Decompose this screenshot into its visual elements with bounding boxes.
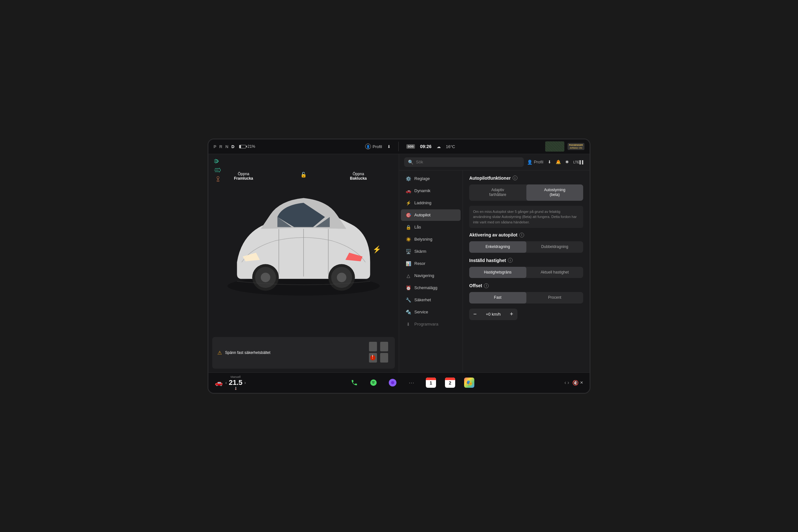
offset-increase-btn[interactable]: +: [506, 309, 517, 320]
phone-btn[interactable]: [348, 376, 361, 389]
search-input-wrap[interactable]: 🔍: [404, 157, 524, 167]
dynamik-icon: 🚗: [405, 188, 411, 193]
volume-control[interactable]: 🔇 ✕: [572, 380, 583, 386]
search-lte-icon: LTE▌▌: [573, 160, 585, 164]
sidebar-item-resor[interactable]: 📊 Resor: [401, 258, 461, 269]
battery-icon: [239, 145, 246, 148]
open-trunk-bold: Baklucka: [350, 176, 367, 180]
lock-icon-car[interactable]: 🔓: [300, 172, 307, 178]
calendar2-btn[interactable]: 2: [444, 376, 456, 389]
current-speed-btn[interactable]: Aktuell hastighet: [526, 267, 584, 278]
offset-stepper-row: − +0 km/h +: [469, 309, 583, 320]
belysning-label: Belysning: [414, 237, 432, 242]
autopilot-functions-title: Autopilotfunktioner i: [469, 175, 583, 180]
programvara-icon: ⬇: [405, 322, 411, 327]
sidebar-item-laddning[interactable]: ⚡ Laddning: [401, 197, 461, 209]
calendar1-btn[interactable]: 1: [424, 376, 437, 389]
autopilot-notice: Om en miss Autopilot sker 5 gånger på gr…: [469, 206, 583, 228]
navigering-label: Navigering: [414, 273, 434, 278]
passenger-airbag-badge: PASSENGER AIRBAG ON: [568, 143, 585, 150]
prnd-display: P R N D: [213, 144, 235, 149]
percent-btn[interactable]: Procent: [526, 292, 584, 304]
offset-decrease-btn[interactable]: −: [469, 309, 481, 320]
open-trunk-label[interactable]: Öppna Baklucka: [350, 172, 367, 180]
temperature-control: Manuell ‹ 21.5 › 🌡️: [225, 375, 246, 390]
map-thumbnail[interactable]: [545, 141, 564, 152]
sidebar-item-belysning[interactable]: ☀️ Belysning: [401, 234, 461, 245]
mute-x: ✕: [580, 380, 583, 385]
alert-banner: ⚠ Spänn fast säkerhetsbältet !: [212, 337, 395, 368]
activation-info-icon[interactable]: i: [519, 233, 524, 238]
speed-label: Inställd hastighet: [469, 258, 506, 263]
autopilot-functions-section: Autopilotfunktioner i Adaptivfarthållare…: [469, 175, 583, 201]
search-input[interactable]: [416, 159, 520, 164]
autopilot-icon: 🎯: [405, 212, 411, 217]
sakerhet-label: Säkerhet: [414, 298, 431, 302]
sidebar-item-reglage[interactable]: ⚙️ Reglage: [401, 173, 461, 185]
car-icon-small[interactable]: 🚗: [215, 379, 223, 386]
download-icon[interactable]: ⬇: [387, 144, 391, 149]
profile-button[interactable]: 👤 Profil: [365, 144, 382, 149]
camera-btn[interactable]: [386, 376, 399, 389]
open-hood-label[interactable]: Öppna Framlucka: [234, 172, 253, 180]
sidebar-item-schemalägg[interactable]: ⏰ Schemalägg: [401, 282, 461, 293]
search-download-icon[interactable]: ⬇: [548, 159, 551, 164]
svg-point-17: [261, 272, 270, 282]
calendar2-number: 2: [449, 380, 451, 386]
svg-rect-23: [380, 342, 388, 352]
autopilot-info-icon[interactable]: i: [513, 175, 517, 180]
autopilot-functions-label: Autopilotfunktioner: [469, 175, 511, 180]
nav-next-btn[interactable]: ›: [568, 380, 569, 385]
mute-icon: 🔇: [572, 380, 579, 386]
sidebar-item-programvara[interactable]: ⬇ Programvara: [401, 319, 461, 330]
airbag-label: PASSENGER: [569, 144, 583, 147]
temp-sub-icon: 🌡️: [234, 387, 238, 390]
sidebar-item-autopilot[interactable]: 🎯 Autopilot: [401, 209, 461, 221]
fixed-btn[interactable]: Fast: [469, 292, 526, 304]
autosteer-btn[interactable]: Autostyrning(beta): [526, 185, 584, 201]
menu-panel: ⚙️ Reglage 🚗 Dynamik ⚡ Laddning 🎯 Autopi…: [399, 170, 463, 373]
notification-dot: [557, 160, 559, 163]
sidebar-item-dynamik[interactable]: 🚗 Dynamik: [401, 185, 461, 196]
speed-limit-label: Hastighetsgräns: [484, 270, 512, 274]
more-btn[interactable]: ···: [405, 376, 418, 389]
sidebar-item-navigering[interactable]: △ Navigering: [401, 270, 461, 282]
navigering-icon: △: [405, 273, 411, 278]
service-icon: 🔩: [405, 309, 411, 315]
nav-prev-btn[interactable]: ‹: [564, 380, 566, 385]
gear-mode-label: Manuell: [230, 375, 241, 379]
skarm-icon: 🖥️: [405, 249, 411, 254]
speed-info-icon[interactable]: i: [508, 258, 513, 263]
spotify-btn[interactable]: [367, 376, 380, 389]
activation-label: Aktivering av autopilot: [469, 232, 517, 238]
speed-limit-btn[interactable]: Hastighetsgräns: [469, 267, 526, 278]
status-left: P R N D 21%: [213, 144, 293, 149]
current-speed-label: Aktuell hastighet: [541, 270, 569, 274]
temperature-display: 16°C: [446, 144, 455, 149]
search-bluetooth-icon[interactable]: ✱: [565, 159, 569, 164]
autopilot-notice-text: Om en miss Autopilot sker 5 gånger på gr…: [473, 209, 580, 225]
sos-badge[interactable]: SOS: [406, 144, 415, 149]
adaptive-cruise-btn[interactable]: Adaptivfarthållare: [469, 185, 526, 201]
svg-rect-25: [380, 353, 388, 363]
sidebar-item-las[interactable]: 🔒 Lås: [401, 222, 461, 233]
search-icons: 👤 Profil ⬇ 🔔 ✱ LTE▌▌: [527, 159, 585, 165]
offset-info-icon[interactable]: i: [484, 283, 489, 288]
autopilot-label: Autopilot: [414, 212, 431, 217]
double-pull-btn[interactable]: Dubbeldragning: [526, 241, 584, 253]
las-icon: 🔒: [405, 225, 411, 230]
airbag-status: AIRBAG ON: [569, 147, 583, 149]
sidebar-item-sakerhet[interactable]: 🔧 Säkerhet: [401, 294, 461, 306]
charge-indicator: ⚡: [373, 245, 381, 254]
search-notification-icon[interactable]: 🔔: [556, 159, 561, 164]
temp-increase-btn[interactable]: ›: [245, 380, 246, 385]
sidebar-item-service[interactable]: 🔩 Service: [401, 306, 461, 318]
games-btn[interactable]: 🎭: [463, 376, 476, 389]
offset-section: Offset i Fast Procent: [469, 283, 583, 320]
temp-decrease-btn[interactable]: ‹: [225, 380, 227, 385]
search-profile-btn[interactable]: 👤 Profil: [527, 159, 543, 165]
fixed-label: Fast: [494, 295, 501, 300]
single-pull-btn[interactable]: Enkeldragning: [469, 241, 526, 253]
svg-point-14: [228, 277, 380, 296]
sidebar-item-skarm[interactable]: 🖥️ Skärm: [401, 246, 461, 257]
